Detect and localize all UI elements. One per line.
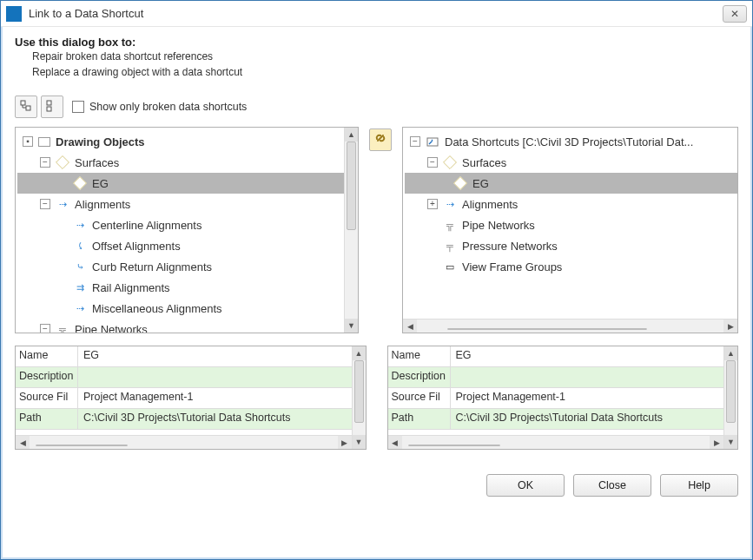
node-label: Centerline Alignments bbox=[92, 219, 201, 232]
scroll-up-arrow-icon[interactable]: ▲ bbox=[345, 128, 358, 142]
tree-node-centerline[interactable]: ⇢ Centerline Alignments bbox=[17, 214, 356, 235]
prop-key: Source Fil bbox=[388, 388, 451, 408]
horizontal-scrollbar[interactable]: ◀ ▶ bbox=[388, 435, 724, 449]
scroll-down-arrow-icon[interactable]: ▼ bbox=[724, 435, 737, 449]
scroll-right-arrow-icon[interactable]: ▶ bbox=[723, 320, 737, 333]
drawing-objects-tree[interactable]: ▪ Drawing Objects − Surfaces EG − bbox=[16, 128, 358, 333]
scroll-left-arrow-icon[interactable]: ◀ bbox=[16, 436, 30, 449]
vertical-scrollbar[interactable]: ▲ ▼ bbox=[344, 128, 358, 333]
scroll-thumb[interactable] bbox=[447, 328, 646, 330]
show-broken-checkbox[interactable]: Show only broken data shortcuts bbox=[72, 101, 247, 113]
horizontal-scrollbar[interactable]: ◀ ▶ bbox=[16, 435, 352, 449]
expander-icon[interactable]: + bbox=[427, 199, 438, 209]
prop-key: Description bbox=[388, 367, 451, 387]
scroll-thumb[interactable] bbox=[347, 142, 356, 230]
surface-icon bbox=[73, 176, 87, 190]
expander-icon[interactable]: − bbox=[410, 136, 420, 147]
surface-icon bbox=[56, 155, 69, 169]
tree-node-eg[interactable]: EG bbox=[17, 173, 356, 194]
scroll-up-arrow-icon[interactable]: ▲ bbox=[724, 346, 737, 360]
tree-root-drawing-objects[interactable]: ▪ Drawing Objects bbox=[17, 131, 356, 152]
tree-node-surfaces-right[interactable]: − Surfaces bbox=[405, 152, 737, 173]
toolbar: Show only broken data shortcuts bbox=[15, 96, 738, 118]
scroll-thumb[interactable] bbox=[36, 445, 128, 446]
link-icon bbox=[373, 131, 387, 148]
close-icon: ✕ bbox=[730, 8, 739, 20]
tree-panes-row: ▪ Drawing Objects − Surfaces EG − bbox=[15, 127, 738, 333]
tree-node-curb[interactable]: ⤷ Curb Return Alignments bbox=[17, 256, 356, 277]
prop-value: EG bbox=[451, 346, 738, 366]
tree-node-rail[interactable]: ⇉ Rail Alignments bbox=[17, 277, 356, 298]
checkbox-label: Show only broken data shortcuts bbox=[89, 101, 247, 113]
tree-node-pipe[interactable]: − ╦ Pipe Networks bbox=[17, 319, 356, 333]
node-label: Alignments bbox=[75, 198, 130, 211]
vertical-scrollbar[interactable]: ▲ ▼ bbox=[723, 346, 737, 449]
node-label: Curb Return Alignments bbox=[92, 260, 212, 273]
expander-icon[interactable]: − bbox=[427, 157, 438, 168]
prop-row-source[interactable]: Source Fil Project Management-1 bbox=[16, 388, 366, 409]
prop-row-name[interactable]: Name EG bbox=[388, 346, 738, 367]
tree-node-offset[interactable]: ⤹ Offset Alignments bbox=[17, 235, 356, 256]
tree-node-misc[interactable]: ⇢ Miscellaneous Alignments bbox=[17, 298, 356, 319]
scroll-thumb[interactable] bbox=[726, 360, 736, 423]
svg-rect-6 bbox=[427, 138, 438, 146]
expand-tree-button[interactable] bbox=[15, 96, 37, 118]
instruction-line: Replace a drawing object with a data sho… bbox=[32, 64, 738, 80]
left-properties-pane: Name EG Description Source Fil Project M… bbox=[15, 346, 367, 450]
expander-icon[interactable]: − bbox=[40, 157, 50, 168]
expander-spacer bbox=[427, 240, 438, 251]
svg-rect-0 bbox=[21, 101, 25, 105]
prop-row-description[interactable]: Description bbox=[388, 367, 738, 388]
prop-row-path[interactable]: Path C:\Civil 3D Projects\Tutorial Data … bbox=[16, 409, 366, 430]
surface-icon bbox=[453, 176, 467, 190]
ok-button[interactable]: OK bbox=[486, 474, 565, 497]
properties-row: Name EG Description Source Fil Project M… bbox=[15, 346, 738, 450]
collapse-tree-button[interactable] bbox=[41, 96, 63, 118]
right-properties-pane: Name EG Description Source Fil Project M… bbox=[387, 346, 739, 450]
node-label: Pipe Networks bbox=[75, 323, 148, 333]
prop-row-path[interactable]: Path C:\Civil 3D Projects\Tutorial Data … bbox=[388, 409, 738, 430]
tree-node-viewframe-right[interactable]: ▭ View Frame Groups bbox=[405, 256, 737, 277]
scroll-down-arrow-icon[interactable]: ▼ bbox=[353, 435, 366, 449]
tree-node-eg-right[interactable]: EG bbox=[405, 173, 737, 194]
expander-icon[interactable]: − bbox=[40, 324, 50, 333]
node-label: EG bbox=[472, 177, 489, 190]
close-window-button[interactable]: ✕ bbox=[723, 5, 747, 23]
scroll-left-arrow-icon[interactable]: ◀ bbox=[388, 436, 402, 449]
scroll-up-arrow-icon[interactable]: ▲ bbox=[353, 346, 366, 360]
prop-row-description[interactable]: Description bbox=[16, 367, 366, 388]
prop-value: C:\Civil 3D Projects\Tutorial Data Short… bbox=[78, 409, 355, 429]
node-label: Offset Alignments bbox=[92, 240, 181, 253]
data-shortcuts-tree[interactable]: − Data Shortcuts [C:\Civil 3D Projects\T… bbox=[403, 128, 737, 319]
help-button[interactable]: Help bbox=[660, 474, 738, 497]
scroll-thumb[interactable] bbox=[408, 445, 500, 446]
properties-grid: Name EG Description Source Fil Project M… bbox=[388, 346, 738, 449]
alignment-icon: ⇢ bbox=[443, 197, 457, 211]
expander-icon[interactable]: − bbox=[40, 199, 50, 209]
expander-icon[interactable]: ▪ bbox=[23, 136, 33, 147]
scroll-right-arrow-icon[interactable]: ▶ bbox=[338, 436, 352, 449]
expander-spacer bbox=[427, 220, 438, 230]
node-label: View Frame Groups bbox=[462, 260, 562, 273]
properties-grid: Name EG Description Source Fil Project M… bbox=[16, 346, 366, 449]
tree-node-alignments[interactable]: − ⇢ Alignments bbox=[17, 194, 356, 214]
horizontal-scrollbar[interactable]: ◀ ▶ bbox=[403, 319, 737, 333]
vertical-scrollbar[interactable]: ▲ ▼ bbox=[352, 346, 366, 449]
scroll-down-arrow-icon[interactable]: ▼ bbox=[345, 319, 358, 333]
tree-node-alignments-right[interactable]: + ⇢ Alignments bbox=[405, 194, 737, 214]
prop-value bbox=[78, 367, 366, 387]
tree-root-data-shortcuts[interactable]: − Data Shortcuts [C:\Civil 3D Projects\T… bbox=[405, 131, 737, 152]
link-objects-button[interactable] bbox=[369, 128, 392, 151]
prop-row-name[interactable]: Name EG bbox=[16, 346, 366, 367]
scroll-right-arrow-icon[interactable]: ▶ bbox=[710, 436, 723, 449]
tree-node-pressure-right[interactable]: ╤ Pressure Networks bbox=[405, 235, 737, 256]
button-label: OK bbox=[518, 479, 533, 491]
scroll-left-arrow-icon[interactable]: ◀ bbox=[403, 320, 417, 333]
tree-node-surfaces[interactable]: − Surfaces bbox=[17, 152, 356, 173]
prop-row-source[interactable]: Source Fil Project Management-1 bbox=[388, 388, 738, 409]
drawing-objects-tree-pane: ▪ Drawing Objects − Surfaces EG − bbox=[15, 127, 359, 333]
scroll-thumb[interactable] bbox=[354, 360, 364, 423]
close-button[interactable]: Close bbox=[573, 474, 651, 497]
alignment-icon: ⇢ bbox=[73, 301, 87, 315]
tree-node-pipe-right[interactable]: ╦ Pipe Networks bbox=[405, 214, 737, 235]
